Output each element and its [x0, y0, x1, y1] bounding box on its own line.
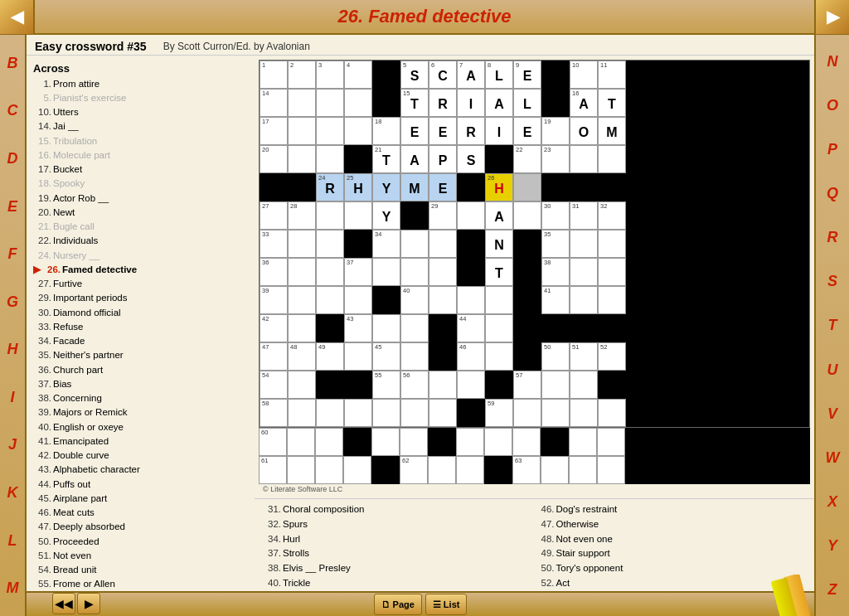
clue-across-51[interactable]: 51.Not even: [33, 549, 248, 563]
cell-11-3[interactable]: 49: [316, 342, 344, 371]
cell-11-13[interactable]: 52: [598, 342, 626, 371]
play-button[interactable]: ▶: [77, 593, 100, 614]
cell-13-2[interactable]: [288, 399, 316, 427]
cell-7-6[interactable]: [400, 230, 429, 258]
clue-across-1[interactable]: 1.Prom attire: [33, 77, 248, 91]
cell-14-5[interactable]: [371, 428, 400, 456]
clue-across-38[interactable]: 38.Concerning: [33, 391, 248, 405]
nav-left-button[interactable]: ◀: [0, 0, 35, 34]
cell-5-4[interactable]: 25H: [344, 173, 372, 201]
cell-7-12[interactable]: [570, 230, 598, 258]
cell-9-8[interactable]: [457, 286, 485, 314]
cell-10-9[interactable]: [485, 314, 513, 342]
clue-across-39[interactable]: 39.Majors or Remick: [33, 405, 248, 420]
cell-8-11[interactable]: 38: [541, 258, 570, 286]
clue-across-14[interactable]: 14.Jai __: [33, 119, 248, 133]
cell-9-11[interactable]: 41: [541, 286, 570, 314]
clue-across-47[interactable]: 47.Deeply absorbed: [33, 520, 248, 534]
clue-across-18[interactable]: 18.Spooky: [33, 177, 248, 191]
cell-1-3[interactable]: 3: [316, 61, 344, 89]
cell-2-4[interactable]: [344, 89, 372, 117]
cell-4-12[interactable]: [570, 145, 598, 173]
list-button[interactable]: ☰ List: [425, 594, 468, 615]
cell-6-9[interactable]: A: [485, 201, 513, 230]
bottom-clue-37[interactable]: 37.Strolls: [261, 546, 535, 561]
cell-13-11[interactable]: [541, 399, 570, 427]
cell-5-9-active[interactable]: 26H: [485, 173, 513, 201]
clue-across-29[interactable]: 29.Important periods: [33, 291, 248, 305]
cell-15-7[interactable]: [428, 456, 456, 484]
cell-4-6[interactable]: A: [400, 145, 429, 173]
clue-across-19[interactable]: 19.Actor Rob __: [33, 192, 248, 206]
cell-7-11[interactable]: 35: [541, 230, 570, 258]
cell-9-1[interactable]: 39: [260, 286, 288, 314]
bottom-clue-34[interactable]: 34.Hurl: [261, 532, 535, 547]
cell-8-9[interactable]: T: [485, 258, 513, 286]
cell-6-3[interactable]: [316, 201, 344, 230]
cell-11-4[interactable]: [344, 342, 372, 371]
cell-13-7[interactable]: [429, 399, 457, 427]
clue-across-42[interactable]: 42.Double curve: [33, 449, 248, 463]
cell-13-1[interactable]: 58: [260, 399, 288, 427]
cell-15-6[interactable]: 62: [400, 456, 428, 484]
cell-8-5[interactable]: [372, 258, 400, 286]
cell-2-10[interactable]: L: [513, 89, 541, 117]
cell-3-7[interactable]: E: [429, 117, 457, 145]
cell-2-8[interactable]: I: [457, 89, 485, 117]
cell-2-6[interactable]: 15T: [400, 89, 429, 117]
cell-12-5[interactable]: 55: [372, 371, 400, 399]
cell-15-1[interactable]: 61: [259, 456, 287, 484]
clue-across-36[interactable]: 36.Church part: [33, 363, 248, 377]
cell-11-8[interactable]: 46: [457, 342, 485, 371]
cell-7-7[interactable]: [429, 230, 457, 258]
cell-2-7[interactable]: R: [429, 89, 457, 117]
cell-3-3[interactable]: [316, 117, 344, 145]
cell-6-5[interactable]: Y: [372, 201, 400, 230]
clue-across-20[interactable]: 20.Newt: [33, 206, 248, 220]
cell-12-7[interactable]: [429, 371, 457, 399]
cell-8-1[interactable]: 36: [260, 258, 288, 286]
cell-3-13[interactable]: M: [598, 117, 626, 145]
cell-12-8[interactable]: [457, 371, 485, 399]
cell-8-13[interactable]: [598, 258, 626, 286]
clue-across-15[interactable]: 15.Tribulation: [33, 134, 248, 148]
cell-8-3[interactable]: [316, 258, 344, 286]
clue-across-50[interactable]: 50.Proceeded: [33, 535, 248, 549]
cell-9-6[interactable]: 40: [400, 286, 429, 314]
clue-across-5[interactable]: 5.Pianist's exercise: [33, 91, 248, 105]
clue-across-40[interactable]: 40.English or oxeye: [33, 420, 248, 434]
cell-6-2[interactable]: 28: [288, 201, 316, 230]
clue-across-22[interactable]: 22.Individuals: [33, 234, 248, 248]
clue-across-46[interactable]: 46.Meat cuts: [33, 506, 248, 520]
clue-across-34[interactable]: 34.Facade: [33, 334, 248, 348]
cell-7-13[interactable]: [598, 230, 626, 258]
clue-across-24[interactable]: 24.Nursery __: [33, 249, 248, 263]
cell-6-12[interactable]: 31: [570, 201, 598, 230]
cell-9-13[interactable]: [598, 286, 626, 314]
cell-6-1[interactable]: 27: [260, 201, 288, 230]
cell-3-2[interactable]: [288, 117, 316, 145]
cell-5-7[interactable]: E: [429, 173, 457, 201]
cell-2-1[interactable]: 14: [260, 89, 288, 117]
cell-4-10[interactable]: 22: [513, 145, 541, 173]
bottom-clue-46[interactable]: 46.Dog's restraint: [535, 502, 808, 517]
clue-across-27[interactable]: 27.Furtive: [33, 277, 248, 291]
cell-13-9[interactable]: 59: [485, 399, 513, 427]
cell-3-12[interactable]: O: [570, 117, 598, 145]
cell-13-10[interactable]: [513, 399, 541, 427]
cell-5-3[interactable]: 24R: [316, 173, 344, 201]
cell-6-11[interactable]: 30: [541, 201, 570, 230]
cell-6-13[interactable]: 32: [598, 201, 626, 230]
cell-11-1[interactable]: 47: [260, 342, 288, 371]
clue-across-54[interactable]: 54.Bread unit: [33, 563, 248, 577]
cell-2-3[interactable]: [316, 89, 344, 117]
cell-1-9[interactable]: 8L: [485, 61, 513, 89]
cell-5-5[interactable]: Y: [372, 173, 400, 201]
bottom-clue-40[interactable]: 40.Trickle: [261, 576, 535, 591]
cell-13-12[interactable]: [570, 399, 598, 427]
clue-across-33[interactable]: 33.Refuse: [33, 320, 248, 334]
clue-across-17[interactable]: 17.Bucket: [33, 162, 248, 177]
cell-1-12[interactable]: 10: [570, 61, 598, 89]
cell-9-7[interactable]: [429, 286, 457, 314]
cell-14-2[interactable]: [287, 428, 315, 456]
